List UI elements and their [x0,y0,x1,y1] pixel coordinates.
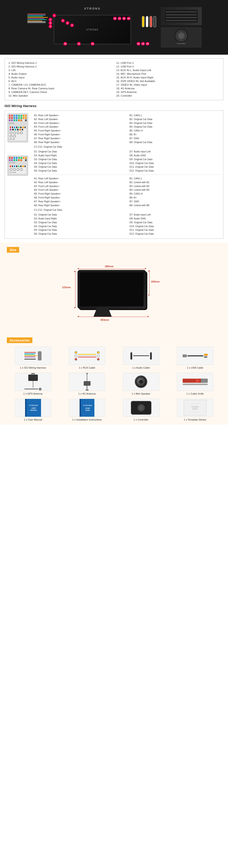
part-16: 16. DVR VIDEO IN, Not Available [116,80,220,83]
part-1: 1. ISO Wiring Harness 1 [8,61,112,64]
acc-img-rca [69,347,105,365]
controller-sim [131,401,151,415]
acc-item-controller: 1 x Controller [115,399,167,421]
acc-img-audio [123,347,160,365]
conn1-right: B1: CAN1-L B2: Original Car Data B3: Ori… [130,114,221,144]
part-3: 3. LIN [8,69,112,72]
4g-antenna-sim [84,373,90,391]
conn2-right: B1: CAN1-L B2: Linked with B2 B3: Linked… [130,177,221,207]
hero-section: XTRONS XTRONS 1 2 3 4 6 8 9 10 11 12 13 … [0,0,228,55]
acc-item-manual: XTRONS USER MANUAL 1 x User Manual [7,399,59,421]
num-20: 20 [146,42,149,45]
acc-img-4g [69,373,105,391]
conn2-d-right: D7: Audio Input Left D8: Audio GND D9: O… [130,213,221,236]
device-back-image [161,7,202,25]
brand-label: XTRONS [84,7,101,10]
dim-122: 122mm [62,286,71,289]
num-11: 11 [77,42,81,45]
acc-item-knife: 1 x Cutter Knife [169,373,221,395]
arrow-down-160: ▼ [148,294,150,297]
part-18: 18. 4G Antenna [116,87,220,90]
iso-box: A1-A8 [5,111,223,239]
num-14: 14 [118,17,121,20]
acc-item-usb: 1 x USB Cable [169,347,221,369]
conn1-d-left: D1: Original Car Data D2: Audio Input Ri… [34,150,125,173]
arrow-left-303: ◄ [77,315,79,318]
part-14: 14. MIC, Microphone Port [116,72,220,75]
template-sticker-sim: - - - - - - - - Template Sticker - - - -… [184,400,206,416]
acc-label-instructions: 1 x Installation Instructions [72,418,102,421]
acc-grid: 1 x ISO Wiring Harness [7,347,221,421]
wire-bundle-left [27,14,48,24]
arrow-down-122: ▼ [74,306,76,309]
num-8: 8 [66,21,69,25]
acc-img-usb [177,347,213,365]
conn2-data: A1: Rear Left Speaker+ A2: Rear Left Spe… [34,177,221,207]
rca-connectors [142,16,156,27]
acc-img-gps [15,373,51,391]
conn1-d-right: D7: Audio Input Left D8: Audio GND D9: O… [130,150,221,173]
conn-1-graphic: A1-A8 [7,114,28,143]
conn2-d-data: D1: Original Car Data D2: Audio Input Ri… [34,213,221,236]
acc-label-4g: 1 x 4G Antenna [79,392,96,395]
acc-label-manual: 1 x User Manual [24,418,42,421]
part-19: 19. GPS Antenna [116,90,220,94]
acc-img-manual: XTRONS USER MANUAL [15,399,51,417]
conn1-d-data: D1: Original Car Data D2: Audio Input Ri… [34,150,221,173]
num-18: 18 [141,42,145,45]
part-12: 12. USB Port 2 [116,65,220,68]
acc-label-rca: 1 x RCA Cable [79,366,95,369]
acc-label-controller: 1 x Controller [134,418,148,421]
num-3: 3 [49,21,52,25]
arrow-left-280: ◄ [77,267,79,270]
c1c12-label: C1-C12: Original Car Data [34,145,221,149]
knife-sim [182,379,208,385]
part-11: 11. USB Port 1 [116,61,220,64]
size-section: Size 280mm ◄ ► 122mm ▲ ▼ 303mm ◄ ► 160mm… [0,242,228,334]
acc-img-template: - - - - - - - - Template Sticker - - - -… [177,399,213,417]
controller-image: Controller [161,27,202,48]
acc-title: Accessories [7,337,32,343]
device-3d-sim [78,270,146,309]
manual-book: XTRONS USER MANUAL [25,399,41,417]
arrow-up-160: ▲ [148,270,150,272]
num-10: 10 [63,42,67,45]
size-diagram: 280mm ◄ ► 122mm ▲ ▼ 303mm ◄ ► 160mm ▲ ▼ [59,256,169,329]
part-9: 9. CAMERA DET, Camera Check [8,90,112,94]
parts-grid: 1. ISO Wiring Harness 1 11. USB Port 1 2… [8,61,220,97]
dim-280: 280mm [105,265,114,268]
size-title: Size [7,247,19,253]
speaker-sim [135,375,147,388]
acc-item-harness: 1 x ISO Wiring Harness [7,347,59,369]
num-16: 16 [127,17,131,20]
part-20: 20. Controller [116,94,220,97]
num-4: 4 [49,25,52,28]
part-10: 10. Mini Speaker [8,94,112,97]
arrow-up-122: ▲ [74,270,76,273]
num-6: 6 [61,19,65,23]
acc-img-harness [15,347,51,365]
num-2: 2 [49,18,52,22]
dim-line-122 [75,271,76,308]
acc-label-harness: 1 x ISO Wiring Harness [20,366,46,369]
part-2: 2. ISO Wiring Harness 2 [8,65,112,68]
hero-device: XTRONS XTRONS 1 2 3 4 6 8 9 10 11 12 13 … [26,5,159,50]
acc-img-knife [177,373,213,391]
hero-main: XTRONS XTRONS 1 2 3 4 6 8 9 10 11 12 13 … [5,5,223,50]
iso-data-block: A1: Rear Left Speaker+ A2: Rear Left Spe… [34,114,221,236]
conn1-data: A1: Rear Left Speaker+ A2: Rear Left Spe… [34,114,221,144]
acc-label-template: 1 x Template Sticker [184,418,206,421]
part-15: 15. AUX IN R, Audio Input Right [116,76,220,79]
part-13: 13. AUX IN L, Audio Input Left [116,69,220,72]
acc-label-usb: 1 x USB Cable [187,366,203,369]
part-5: 5. Audio Input [8,76,112,79]
acc-img-controller [123,399,160,417]
instructions-book: XTRONS Install Guide [80,399,94,417]
conn-2-graphic: C1-C12 D1-D12 [7,156,28,176]
device-screen: XTRONS 1 2 3 4 6 8 9 10 11 12 13 14 15 1… [54,15,131,44]
acc-item-4g: 1 x 4G Antenna [61,373,113,395]
c1c12-label-2: C1-C12: Original Car Data [34,208,221,212]
iso-section: ISO Wiring Harness [5,104,223,239]
gps-antenna-sim [24,373,41,391]
acc-item-rca: 1 x RCA Cable [61,347,113,369]
